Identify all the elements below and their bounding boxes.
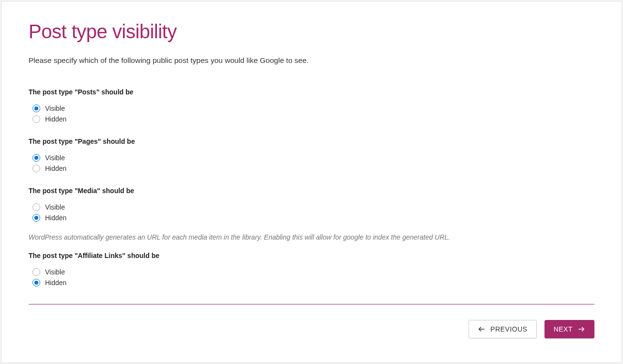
radio-label: Hidden [45, 115, 66, 123]
next-button[interactable]: NEXT [545, 320, 594, 338]
radio-label: Hidden [45, 279, 66, 287]
next-button-label: NEXT [554, 325, 573, 333]
radio-option-hidden[interactable]: Hidden [32, 115, 594, 123]
previous-button-label: PREVIOUS [490, 325, 527, 333]
radio-group: VisibleHidden [29, 203, 594, 222]
section-label: The post type "Pages" should be [29, 137, 594, 145]
radio-option-hidden[interactable]: Hidden [32, 279, 594, 287]
intro-text: Please specify which of the following pu… [29, 56, 594, 65]
radio-label: Visible [45, 268, 65, 276]
page-title: Post type visibility [29, 21, 594, 43]
radio-option-visible[interactable]: Visible [32, 203, 594, 211]
radio-option-hidden[interactable]: Hidden [32, 214, 594, 222]
divider [29, 304, 594, 304]
radio-group: VisibleHidden [29, 105, 594, 123]
section-label: The post type "Posts" should be [29, 88, 594, 96]
radio-icon [32, 105, 40, 112]
radio-icon [32, 154, 40, 162]
help-text: WordPress automatically generates an URL… [29, 233, 594, 241]
radio-option-visible[interactable]: Visible [32, 268, 594, 276]
previous-button[interactable]: PREVIOUS [468, 320, 536, 338]
section-label: The post type "Affiliate Links" should b… [29, 252, 594, 259]
radio-group: VisibleHidden [29, 154, 594, 172]
radio-icon [32, 214, 40, 222]
radio-icon [32, 165, 40, 172]
arrow-left-icon [478, 325, 485, 333]
radio-icon [32, 115, 40, 123]
section-label: The post type "Media" should be [29, 187, 594, 195]
wizard-panel: Post type visibility Please specify whic… [1, 1, 622, 363]
radio-label: Visible [45, 203, 65, 211]
radio-option-visible[interactable]: Visible [32, 105, 594, 112]
radio-option-hidden[interactable]: Hidden [32, 165, 594, 172]
radio-icon [32, 268, 40, 276]
radio-icon [32, 279, 40, 287]
radio-label: Visible [45, 154, 65, 162]
radio-group: VisibleHidden [29, 268, 594, 287]
radio-label: Visible [45, 105, 65, 112]
radio-option-visible[interactable]: Visible [32, 154, 594, 162]
radio-label: Hidden [45, 214, 66, 222]
radio-icon [32, 203, 40, 211]
radio-label: Hidden [45, 165, 66, 172]
footer-nav: PREVIOUS NEXT [29, 320, 594, 338]
arrow-right-icon [577, 325, 585, 333]
